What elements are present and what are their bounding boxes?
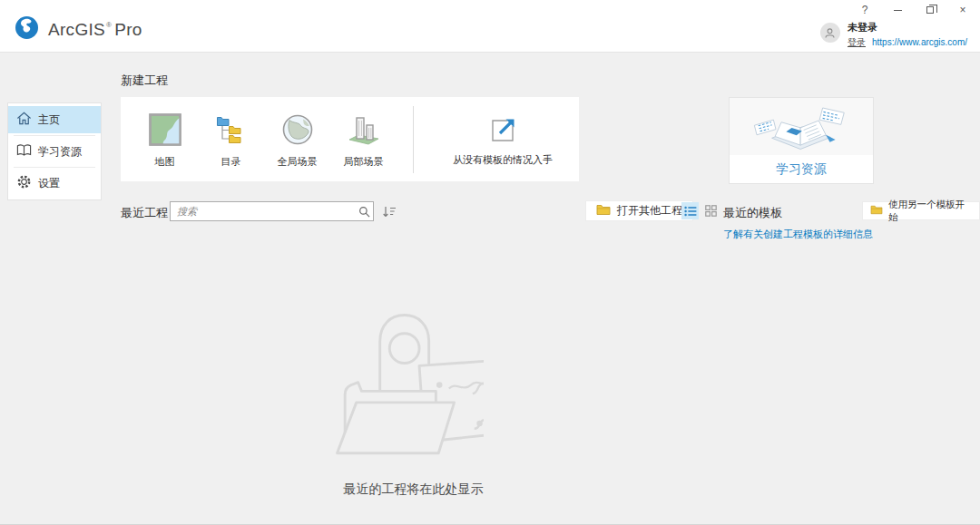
- template-learn-more-link[interactable]: 了解有关创建工程模板的详细信息: [723, 228, 873, 241]
- person-icon: [823, 26, 837, 40]
- sidebar-item-label: 设置: [38, 176, 60, 191]
- template-divider: [413, 106, 414, 173]
- help-button[interactable]: ?: [858, 4, 871, 16]
- template-map[interactable]: 地图: [132, 113, 198, 169]
- arcgis-pro-start-page: ArcGIS®Pro ? × 未登录 登录 https://www.arcgis…: [0, 0, 980, 525]
- empty-state-message: 最近的工程将在此处显示: [121, 481, 706, 498]
- search-input[interactable]: [171, 206, 355, 217]
- recent-projects-title: 最近工程: [121, 205, 168, 221]
- template-label: 目录: [221, 155, 241, 169]
- sidebar-divider: [14, 167, 95, 168]
- sidebar: 主页 学习资源 设置: [7, 102, 102, 200]
- book-icon: [16, 142, 32, 160]
- global-scene-template-icon: [281, 113, 314, 150]
- folder-icon: [596, 204, 611, 219]
- restore-button[interactable]: [924, 4, 936, 16]
- minimize-icon: [894, 10, 902, 11]
- search-box: [170, 201, 374, 221]
- new-project-title: 新建工程: [121, 73, 168, 89]
- arcgis-globe-icon: [15, 15, 39, 44]
- page-title: ArcGIS®Pro: [48, 20, 142, 40]
- template-label: 局部场景: [344, 155, 384, 169]
- grid-view-toggle[interactable]: [702, 202, 720, 219]
- new-project-card: 地图 目录 全局场景: [121, 97, 579, 181]
- sidebar-divider: [14, 135, 95, 136]
- learn-resources-card[interactable]: 学习资源: [729, 97, 874, 184]
- list-view-icon: [684, 206, 697, 217]
- search-icon[interactable]: [355, 206, 373, 218]
- learn-resources-label: 学习资源: [730, 155, 873, 183]
- template-local-scene[interactable]: 局部场景: [330, 113, 397, 169]
- folder-icon: [870, 205, 883, 217]
- gear-icon: [16, 174, 32, 192]
- home-icon: [16, 111, 32, 129]
- open-another-project-button[interactable]: 打开其他工程: [585, 200, 693, 221]
- sidebar-item-settings[interactable]: 设置: [8, 170, 101, 197]
- sign-in-status: 未登录: [848, 21, 967, 34]
- use-another-template-label: 使用另一个模板开始: [888, 199, 972, 224]
- open-another-project-label: 打开其他工程: [617, 203, 682, 219]
- start-without-template-icon: [489, 116, 516, 147]
- catalog-template-icon: [215, 113, 248, 150]
- template-label: 全局场景: [278, 155, 318, 169]
- window-controls: ? ×: [858, 3, 969, 17]
- list-view-toggle[interactable]: [681, 202, 699, 219]
- sort-icon: [382, 205, 397, 219]
- sign-in-link[interactable]: 登录: [848, 36, 866, 49]
- empty-state-illustration: [334, 305, 484, 474]
- app-header: ArcGIS®Pro ? × 未登录 登录 https://www.arcgis…: [0, 0, 980, 53]
- restore-icon: [926, 6, 934, 14]
- template-global-scene[interactable]: 全局场景: [264, 113, 330, 169]
- recent-templates-title: 最近的模板: [723, 205, 782, 221]
- avatar[interactable]: [820, 23, 840, 43]
- local-scene-template-icon: [348, 113, 380, 150]
- close-button[interactable]: ×: [956, 4, 969, 16]
- app-logo: ArcGIS®Pro: [15, 15, 142, 44]
- sidebar-item-home[interactable]: 主页: [8, 106, 101, 133]
- minimize-button[interactable]: [891, 4, 904, 16]
- learn-book-illustration: [730, 98, 873, 155]
- template-label: 地图: [155, 155, 175, 169]
- template-catalog[interactable]: 目录: [198, 113, 264, 169]
- grid-view-icon: [705, 205, 717, 217]
- account-area: 未登录 登录 https://www.arcgis.com/: [820, 21, 967, 49]
- start-without-template[interactable]: 从没有模板的情况入手: [426, 116, 579, 167]
- sort-button[interactable]: [380, 203, 398, 219]
- start-without-template-label: 从没有模板的情况入手: [453, 153, 553, 167]
- map-template-icon: [149, 113, 181, 150]
- portal-url-link[interactable]: https://www.arcgis.com/: [872, 37, 967, 47]
- use-another-template-button[interactable]: 使用另一个模板开始: [862, 201, 980, 220]
- account-text: 未登录 登录 https://www.arcgis.com/: [848, 21, 967, 49]
- sidebar-item-learn[interactable]: 学习资源: [8, 138, 101, 165]
- view-toggles: [681, 202, 720, 219]
- sidebar-item-label: 主页: [38, 112, 60, 128]
- sidebar-item-label: 学习资源: [38, 144, 82, 160]
